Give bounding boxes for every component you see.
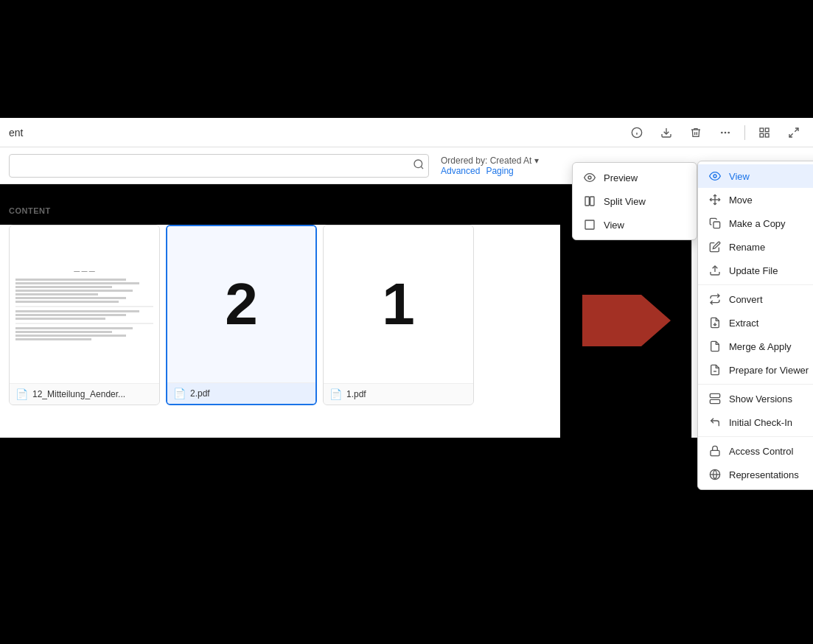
file-pdf-icon-3: 📄: [329, 388, 342, 400]
context-menu-1: Preview Split View View: [572, 162, 697, 240]
svg-point-5: [725, 131, 727, 133]
header-divider: [744, 125, 745, 140]
menu-item-merge-apply[interactable]: Merge & Apply: [698, 335, 813, 358]
svg-rect-34: [711, 450, 719, 455]
menu-item-convert[interactable]: Convert: [698, 287, 813, 311]
file-card-3[interactable]: 1 📄 1.pdf: [323, 225, 474, 405]
menu-item-show-versions[interactable]: Show Versions: [698, 387, 813, 410]
svg-rect-22: [585, 220, 594, 229]
menu-item-view-2[interactable]: View: [698, 164, 813, 188]
move-icon: [708, 193, 722, 206]
menu-item-prepare-viewer[interactable]: Prepare for Viewer: [698, 358, 813, 382]
menu-item-access-control[interactable]: Access Control: [698, 439, 813, 463]
search-icon[interactable]: [413, 158, 425, 173]
menu-item-rename[interactable]: Rename: [698, 235, 813, 259]
menu-label-view-1: View: [604, 220, 624, 231]
trash-icon-btn[interactable]: [685, 122, 706, 143]
file-pdf-icon-2: 📄: [173, 388, 186, 399]
menu-item-initial-checkin[interactable]: Initial Check-In: [698, 410, 813, 434]
eye-icon: [583, 171, 596, 184]
menu-item-view-1[interactable]: View: [573, 213, 697, 237]
copy-icon: [708, 217, 722, 230]
search-input-wrap: [9, 154, 429, 178]
menu-item-make-copy[interactable]: Make a Copy: [698, 211, 813, 235]
content-label: CONTENT: [9, 206, 51, 215]
convert-icon: [708, 293, 722, 306]
split-icon: [583, 195, 596, 208]
menu-label-prepare-viewer: Prepare for Viewer: [729, 365, 809, 376]
menu-divider-2: [698, 384, 813, 385]
file-pdf-icon-1: 📄: [15, 388, 28, 400]
order-links: Advanced Paging: [441, 166, 539, 176]
upload-icon: [708, 264, 722, 277]
menu-label-preview: Preview: [604, 172, 638, 183]
svg-point-13: [414, 160, 422, 168]
menu-label-split-view: Split View: [604, 196, 646, 207]
more-icon: [719, 127, 731, 139]
file-card-preview-3: 1: [324, 225, 473, 383]
download-icon-btn[interactable]: [656, 122, 677, 143]
trash-icon: [690, 127, 702, 139]
versions-icon: [708, 392, 722, 405]
svg-point-23: [713, 175, 716, 178]
file-card-2[interactable]: 2 📄 2.pdf: [166, 225, 317, 405]
menu-item-preview[interactable]: Preview: [573, 166, 697, 189]
menu-label-initial-checkin: Initial Check-In: [729, 417, 792, 428]
menu-label-convert: Convert: [729, 294, 763, 305]
svg-line-11: [795, 128, 798, 132]
svg-line-12: [789, 133, 793, 137]
grid-icon-btn[interactable]: [754, 122, 775, 143]
menu-label-update-file: Update File: [729, 265, 778, 276]
merge-icon: [708, 340, 722, 353]
svg-rect-32: [710, 393, 719, 397]
flag-decoration: [582, 295, 671, 346]
menu-divider-1: [698, 284, 813, 285]
header-icons: [627, 122, 804, 143]
more-icon-btn[interactable]: [715, 122, 736, 143]
checkin-icon: [708, 416, 722, 429]
svg-point-19: [588, 176, 591, 179]
svg-line-14: [421, 167, 423, 169]
file-card-footer-3: 📄 1.pdf: [324, 383, 473, 405]
info-icon-btn[interactable]: [627, 122, 647, 143]
expand-icon-btn[interactable]: [784, 122, 804, 143]
menu-item-move[interactable]: Move: [698, 188, 813, 211]
svg-point-6: [727, 131, 730, 133]
expand-icon: [788, 127, 800, 139]
lock-icon: [708, 444, 722, 458]
view-single-icon: [583, 218, 596, 231]
svg-rect-21: [590, 197, 594, 206]
menu-label-rename: Rename: [729, 242, 765, 253]
menu-label-move: Move: [729, 195, 753, 206]
header-title: ent: [9, 127, 23, 139]
ordered-by-label: Ordered by: Created At ▾: [441, 155, 539, 166]
svg-rect-7: [760, 128, 764, 132]
paging-link[interactable]: Paging: [486, 166, 513, 176]
file-name-1: 12_Mitteilung_Aender...: [32, 389, 125, 399]
menu-label-extract: Extract: [729, 318, 758, 329]
cards-area: — — — 📄 12_Mitteilung_Aend: [0, 225, 560, 438]
file-card-preview-1: — — —: [10, 225, 159, 383]
menu-divider-3: [698, 436, 813, 437]
menu-item-representations[interactable]: Representations: [698, 463, 813, 486]
file-card-number-2: 2: [225, 270, 258, 338]
advanced-link[interactable]: Advanced: [441, 166, 480, 176]
view-active-icon: [708, 169, 722, 183]
menu-item-extract[interactable]: Extract: [698, 311, 813, 335]
representations-icon: [708, 468, 722, 481]
svg-rect-26: [713, 222, 720, 228]
file-card-1[interactable]: — — — 📄 12_Mitteilung_Aend: [9, 225, 160, 405]
search-input[interactable]: [9, 154, 429, 178]
menu-item-split-view[interactable]: Split View: [573, 189, 697, 213]
file-card-footer-2: 📄 2.pdf: [167, 382, 315, 404]
menu-item-update-file[interactable]: Update File: [698, 259, 813, 282]
header-bar: ent: [0, 118, 813, 147]
svg-marker-18: [582, 295, 671, 346]
menu-label-make-copy: Make a Copy: [729, 218, 786, 229]
menu-label-access-control: Access Control: [729, 446, 793, 457]
menu-label-show-versions: Show Versions: [729, 393, 792, 405]
prepare-icon: [708, 363, 722, 377]
svg-rect-8: [765, 128, 769, 132]
svg-rect-33: [710, 399, 719, 403]
svg-rect-10: [765, 133, 769, 137]
